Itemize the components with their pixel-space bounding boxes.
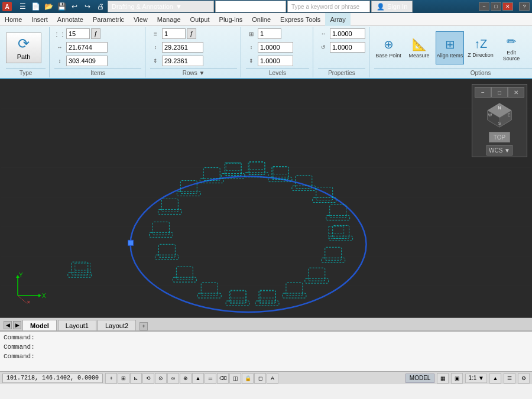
status-ducs-btn[interactable]: ⊕ [180, 373, 192, 384]
svg-text:N: N [498, 106, 501, 110]
rows-between-input[interactable]: 29.2361 [162, 42, 203, 53]
layout-icon-btn[interactable]: ▦ [437, 373, 449, 384]
viewport-restore-btn[interactable]: □ [491, 87, 508, 98]
eval-btn-count[interactable]: ƒ [91, 28, 100, 39]
z-direction-btn[interactable]: ↑Z Z Direction [466, 31, 495, 64]
edit-source-btn[interactable]: ✏ Edit Source [497, 31, 525, 64]
status-osnap-btn[interactable]: ⊙ [155, 373, 167, 384]
menu-insert[interactable]: Insert [27, 13, 53, 26]
levels-inputs: ⊞ ↕ 1.0000 ⇕ 1.0000 [246, 28, 309, 67]
ribbon-group-options: ⊕ Base Point 📐 Measure ⊞ Align Items ↑Z … [371, 27, 532, 77]
tab-add-btn[interactable]: + [140, 322, 148, 330]
svg-text:E: E [508, 113, 511, 117]
items-spacing2-input[interactable]: 303.4409 [66, 56, 108, 66]
align-items-btn[interactable]: ⊞ Align Items [436, 31, 464, 64]
command-input[interactable] [35, 353, 528, 360]
svg-marker-66 [38, 294, 41, 297]
menu-online[interactable]: Online [247, 13, 275, 26]
menu-annotate[interactable]: Annotate [53, 13, 88, 26]
tab-layout1[interactable]: Layout1 [58, 320, 96, 330]
rows-total-row: ⇕ 29.2361 [150, 56, 203, 66]
items-spacing1-input[interactable]: 21.6744 [66, 42, 108, 53]
status-dyn-btn[interactable]: ▲ [192, 373, 204, 384]
save-btn[interactable]: 💾 [56, 1, 67, 12]
path-button[interactable]: ⟳ Path [6, 33, 41, 63]
status-otrack-btn[interactable]: ∞ [167, 373, 179, 384]
rows-total-input[interactable]: 29.2361 [162, 56, 203, 66]
properties-inputs: ↔ 1.0000 ↺ 1.0000 [318, 28, 365, 67]
eval-btn-rows[interactable]: ƒ [187, 28, 196, 39]
viewport-controls: − □ ✕ N S W E TOP [472, 84, 527, 157]
settings-btn[interactable]: ⚙ [518, 373, 530, 384]
ribbon-group-rows: ≡ ƒ ↕ 29.2361 ⇕ 29.2361 Rows ▼ [147, 27, 241, 77]
status-anno-btn[interactable]: A [267, 373, 278, 384]
status-lw-btn[interactable]: ═ [205, 373, 216, 384]
undo-btn[interactable]: ↩ [69, 1, 80, 12]
status-polar-btn[interactable]: ⟲ [142, 373, 154, 384]
layout-sheet-btn[interactable]: ▣ [451, 373, 463, 384]
status-snap-btn[interactable]: + [105, 373, 117, 384]
menu-home[interactable]: Home [0, 13, 27, 26]
tab-next-btn[interactable]: ▶ [13, 321, 21, 329]
menu-express-tools[interactable]: Express Tools [275, 13, 325, 26]
menu-output[interactable]: Output [186, 13, 215, 26]
open-btn[interactable]: 📂 [43, 1, 54, 12]
measure-icon: 📐 [412, 37, 427, 51]
canvas-wrapper[interactable]: X Y ✕ − □ ✕ N S [0, 79, 532, 318]
levels-count-input[interactable] [258, 28, 281, 39]
menu-array[interactable]: Array [325, 13, 350, 26]
scale-selector[interactable]: 1:1 ▼ [465, 374, 487, 383]
workspace-selector[interactable]: Drafting & Annotation ▼ [108, 1, 214, 12]
restore-btn[interactable]: □ [491, 2, 501, 11]
prop1-icon: ↔ [318, 28, 329, 39]
tab-model[interactable]: Model [22, 320, 57, 330]
status-ortho-btn[interactable]: ⊾ [130, 373, 142, 384]
tab-prev-btn[interactable]: ◀ [4, 321, 12, 329]
workspace-switch-btn[interactable]: ☰ [504, 373, 515, 384]
menu-parametric[interactable]: Parametric [88, 13, 129, 26]
coordinates-display: 101.7218, 146.1402, 0.0000 [2, 374, 103, 383]
replace-item-btn[interactable]: ⇄ Replace Item [528, 31, 532, 64]
redo-btn[interactable]: ↪ [82, 1, 93, 12]
viewport-minimize-btn[interactable]: − [475, 87, 491, 98]
model-indicator[interactable]: MODEL [406, 374, 435, 383]
tabs-bar: ◀ ▶ Model Layout1 Layout2 + [0, 318, 532, 331]
menu-plugins[interactable]: Plug-ins [215, 13, 248, 26]
viewport-close-btn[interactable]: ✕ [508, 87, 524, 98]
sign-in-btn[interactable]: 👤 Sign In [371, 1, 413, 12]
top-view-btn[interactable]: TOP [489, 132, 510, 142]
minimize-btn[interactable]: − [479, 2, 489, 11]
measure-btn[interactable]: 📐 Measure [405, 31, 433, 64]
menu-view[interactable]: View [129, 13, 153, 26]
search-box[interactable]: Type a keyword or phrase [287, 1, 370, 12]
view-cube[interactable]: N S W E [486, 102, 512, 128]
print-btn[interactable]: 🖨 [95, 1, 106, 12]
wcs-btn[interactable]: WCS ▼ [486, 145, 512, 155]
status-grid-btn[interactable]: ⊞ [118, 373, 129, 384]
levels-between-input[interactable]: 1.0000 [258, 42, 293, 53]
menu-btn[interactable]: ☰ [17, 1, 28, 12]
prop1-input[interactable]: 1.0000 [330, 28, 365, 39]
status-bar: 101.7218, 146.1402, 0.0000 + ⊞ ⊾ ⟲ ⊙ ∞ ⊕… [0, 371, 532, 384]
levels-total-row: ⇕ 1.0000 [246, 56, 293, 66]
command-prompt: Command: [4, 353, 35, 360]
new-btn[interactable]: 📄 [30, 1, 41, 12]
help-btn[interactable]: ? [519, 2, 530, 11]
command-line-2: Command: [4, 342, 528, 352]
status-qp-btn[interactable]: ◫ [229, 373, 241, 384]
status-iso-btn[interactable]: ◻ [254, 373, 266, 384]
prop2-input[interactable]: 1.0000 [330, 42, 365, 53]
status-sc-btn[interactable]: 🔒 [242, 373, 254, 384]
svg-rect-0 [1, 79, 531, 317]
close-btn[interactable]: ✕ [502, 2, 513, 11]
levels-total-input[interactable]: 1.0000 [258, 56, 293, 66]
status-tp-btn[interactable]: ⌫ [217, 373, 229, 384]
items-count-input[interactable]: 15 [66, 28, 90, 39]
anno-scale-btn[interactable]: ▲ [489, 373, 501, 384]
base-point-btn[interactable]: ⊕ Base Point [374, 31, 403, 64]
app-icon: A [2, 2, 12, 11]
rows-count-input[interactable] [162, 28, 186, 39]
menu-manage[interactable]: Manage [153, 13, 186, 26]
tab-layout2[interactable]: Layout2 [98, 320, 136, 330]
levels-count-row: ⊞ [246, 28, 281, 39]
